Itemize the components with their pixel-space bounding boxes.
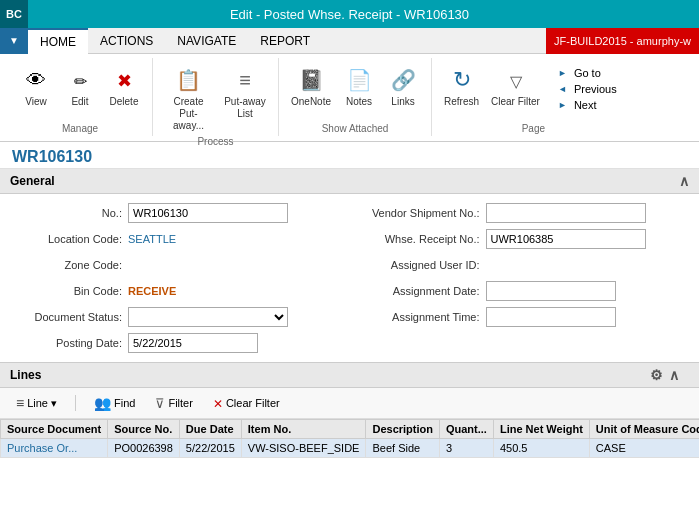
vendorshipment-label: Vendor Shipment No.: bbox=[360, 207, 480, 219]
zone-row: Zone Code: bbox=[12, 254, 340, 276]
location-value[interactable]: SEATTLE bbox=[128, 233, 176, 245]
next-button[interactable]: ► Next bbox=[556, 98, 619, 112]
col-source-no: Source No. bbox=[108, 420, 180, 439]
cell-source-no: PO0026398 bbox=[108, 439, 180, 458]
find-icon bbox=[94, 395, 111, 411]
cell-quantity: 3 bbox=[439, 439, 493, 458]
docstatus-select[interactable] bbox=[128, 307, 288, 327]
tab-report[interactable]: REPORT bbox=[248, 28, 322, 54]
lines-section: Lines ⚙ ∧ Line ▾ Find Filter bbox=[0, 362, 699, 458]
lines-toolbar: Line ▾ Find Filter Clear Filter bbox=[0, 388, 699, 419]
onenote-icon bbox=[295, 64, 327, 96]
cell-uom: CASE bbox=[589, 439, 699, 458]
clear-filter-lines-button[interactable]: Clear Filter bbox=[207, 393, 286, 414]
whsereceipt-row: Whse. Receipt No.: bbox=[360, 228, 688, 250]
general-chevron[interactable]: ∧ bbox=[679, 173, 689, 189]
location-row: Location Code: SEATTLE bbox=[12, 228, 340, 250]
notes-button[interactable]: Notes bbox=[339, 62, 379, 110]
col-net-weight: Line Net Weight bbox=[493, 420, 589, 439]
window-title: Edit - Posted Whse. Receipt - WR106130 bbox=[230, 7, 469, 22]
no-input[interactable] bbox=[128, 203, 288, 223]
col-quantity: Quant... bbox=[439, 420, 493, 439]
edit-button[interactable]: Edit bbox=[60, 62, 100, 110]
toolbar-sep-1 bbox=[75, 395, 76, 411]
ribbon: View Edit Delete Manage Create Put-away.… bbox=[0, 54, 699, 142]
record-title: WR106130 bbox=[0, 142, 699, 169]
form-col-left: No.: Location Code: SEATTLE Zone Code: B… bbox=[12, 202, 340, 354]
view-icon bbox=[20, 64, 52, 96]
assignmenttime-input[interactable] bbox=[486, 307, 616, 327]
list-icon bbox=[229, 64, 261, 96]
general-section: General ∧ No.: Location Code: SEATTLE Zo… bbox=[0, 169, 699, 362]
edit-icon bbox=[64, 64, 96, 96]
goto-button[interactable]: ► Go to bbox=[556, 66, 619, 80]
view-button[interactable]: View bbox=[16, 62, 56, 110]
location-label: Location Code: bbox=[12, 233, 122, 245]
clear-filter-icon bbox=[500, 64, 532, 96]
onenote-button[interactable]: OneNote bbox=[287, 62, 335, 110]
general-body: No.: Location Code: SEATTLE Zone Code: B… bbox=[0, 194, 699, 362]
whsereceipt-label: Whse. Receipt No.: bbox=[360, 233, 480, 245]
general-title: General bbox=[10, 174, 55, 188]
show-attached-buttons: OneNote Notes Links bbox=[287, 60, 423, 121]
manage-label: Manage bbox=[62, 121, 98, 134]
lines-header-row: Source Document Source No. Due Date Item… bbox=[1, 420, 700, 439]
docstatus-row: Document Status: bbox=[12, 306, 340, 328]
filter-btn-label: Filter bbox=[168, 397, 192, 409]
docstatus-label: Document Status: bbox=[12, 311, 122, 323]
lines-body: Purchase Or... PO0026398 5/22/2015 VW-SI… bbox=[1, 439, 700, 458]
assignmenttime-row: Assignment Time: bbox=[360, 306, 688, 328]
assignmentdate-input[interactable] bbox=[486, 281, 616, 301]
tab-navigate[interactable]: NAVIGATE bbox=[165, 28, 248, 54]
col-description: Description bbox=[366, 420, 440, 439]
filter-icon bbox=[155, 396, 165, 411]
cell-source-doc: Purchase Or... bbox=[1, 439, 108, 458]
col-source-doc: Source Document bbox=[1, 420, 108, 439]
assignmenttime-label: Assignment Time: bbox=[360, 311, 480, 323]
table-row[interactable]: Purchase Or... PO0026398 5/22/2015 VW-SI… bbox=[1, 439, 700, 458]
cell-net-weight: 450.5 bbox=[493, 439, 589, 458]
page-label: Page bbox=[522, 121, 545, 134]
links-button[interactable]: Links bbox=[383, 62, 423, 110]
line-btn-label: Line ▾ bbox=[27, 397, 57, 410]
clear-filter-button[interactable]: Clear Filter bbox=[487, 62, 544, 110]
nav-dropdown[interactable]: ▼ bbox=[0, 28, 28, 54]
previous-icon: ◄ bbox=[558, 84, 567, 94]
col-uom: Unit of Measure Code bbox=[589, 420, 699, 439]
whsereceipt-input[interactable] bbox=[486, 229, 646, 249]
assigneduser-label: Assigned User ID: bbox=[360, 259, 480, 271]
vendorshipment-input[interactable] bbox=[486, 203, 646, 223]
find-button[interactable]: Find bbox=[88, 392, 141, 414]
tab-actions[interactable]: ACTIONS bbox=[88, 28, 165, 54]
delete-button[interactable]: Delete bbox=[104, 62, 144, 110]
bin-value[interactable]: RECEIVE bbox=[128, 285, 176, 297]
next-icon: ► bbox=[558, 100, 567, 110]
content-area: WR106130 General ∧ No.: Location Code: S… bbox=[0, 142, 699, 518]
lines-chevron[interactable]: ∧ bbox=[669, 367, 679, 383]
process-label: Process bbox=[197, 134, 233, 147]
clear-filter-btn-label: Clear Filter bbox=[226, 397, 280, 409]
refresh-icon bbox=[446, 64, 478, 96]
filter-button[interactable]: Filter bbox=[149, 393, 198, 414]
form-col-right: Vendor Shipment No.: Whse. Receipt No.: … bbox=[360, 202, 688, 354]
lines-settings-icon[interactable]: ⚙ bbox=[650, 367, 663, 383]
create-putaway-button[interactable]: Create Put-away... bbox=[161, 62, 216, 134]
ribbon-group-page: Refresh Clear Filter ► Go to ◄ Previous bbox=[432, 58, 635, 136]
manage-buttons: View Edit Delete bbox=[16, 60, 144, 121]
lines-section-header: Lines ⚙ ∧ bbox=[0, 363, 699, 388]
cell-item-no: VW-SISO-BEEF_SIDE bbox=[241, 439, 366, 458]
putaway-list-button[interactable]: Put-away List bbox=[220, 62, 270, 122]
line-menu-button[interactable]: Line ▾ bbox=[10, 392, 63, 414]
zone-label: Zone Code: bbox=[12, 259, 122, 271]
previous-button[interactable]: ◄ Previous bbox=[556, 82, 619, 96]
tab-home[interactable]: HOME bbox=[28, 28, 88, 54]
col-due-date: Due Date bbox=[179, 420, 241, 439]
postingdate-input[interactable] bbox=[128, 333, 258, 353]
no-row: No.: bbox=[12, 202, 340, 224]
process-buttons: Create Put-away... Put-away List bbox=[161, 60, 270, 134]
line-icon bbox=[16, 395, 24, 411]
lines-gear-area: ⚙ ∧ bbox=[650, 367, 689, 383]
app-logo: BC bbox=[0, 0, 28, 28]
refresh-button[interactable]: Refresh bbox=[440, 62, 483, 110]
goto-icon: ► bbox=[558, 68, 567, 78]
